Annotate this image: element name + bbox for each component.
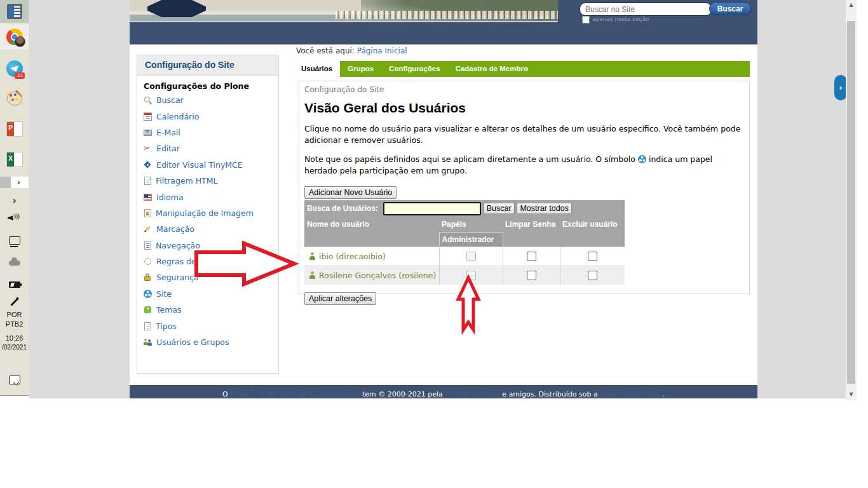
language-indicator-line2[interactable]: PTB2 bbox=[0, 320, 29, 328]
image-icon bbox=[144, 209, 151, 217]
portlet-group-title: Configurações do Plone bbox=[144, 81, 275, 91]
column-header-name: Nome do usuário bbox=[304, 217, 439, 233]
sidebar-item-label: Buscar bbox=[156, 95, 184, 105]
site-footer: O Plone® - CMS/WCM de Código Aberto tem … bbox=[130, 385, 757, 398]
sidebar-item-site[interactable]: Site bbox=[144, 286, 275, 302]
footer-text: O bbox=[222, 390, 228, 398]
taskbar-expander-handle[interactable] bbox=[0, 177, 11, 188]
intro-paragraph: Clique no nome do usuário para visualiza… bbox=[304, 123, 744, 146]
tab-usuarios[interactable]: Usuários bbox=[294, 60, 340, 77]
scissors-icon bbox=[144, 144, 152, 152]
notification-bubble-icon bbox=[9, 376, 20, 384]
powerpoint-icon bbox=[6, 121, 23, 137]
site-logo[interactable] bbox=[147, 0, 206, 17]
user-name-link[interactable]: ibio (direcaoibio) bbox=[319, 252, 386, 261]
action-center-button[interactable] bbox=[0, 372, 29, 388]
clock-date[interactable]: /02/2021 bbox=[0, 344, 29, 351]
sidebar-item-navegacao[interactable]: Navegação bbox=[144, 238, 275, 254]
administrador-checkbox bbox=[466, 271, 476, 280]
sidebar-item-label: Regras de Conteúdo bbox=[156, 257, 237, 266]
email-icon bbox=[144, 130, 152, 136]
windows-ink-button[interactable] bbox=[0, 295, 29, 308]
floating-side-widget[interactable]: › bbox=[834, 75, 847, 100]
sidebar-item-manipulacao-imagem[interactable]: Manipulação de Imagem bbox=[144, 205, 275, 221]
telegram-icon: .21 bbox=[6, 60, 23, 77]
section-only-checkbox[interactable] bbox=[582, 16, 590, 24]
sidebar-item-idioma[interactable]: Idioma bbox=[144, 189, 275, 205]
pen-icon bbox=[10, 298, 18, 306]
sidebar-item-temas[interactable]: Temas bbox=[144, 302, 275, 318]
users-icon bbox=[144, 338, 152, 346]
footer-foundation-link[interactable]: Fundação Plone bbox=[445, 390, 500, 398]
sidebar-item-calendario[interactable]: Calendário bbox=[144, 108, 275, 124]
scroll-down-arrow[interactable]: ▼ bbox=[846, 390, 857, 399]
sidebar-item-seguranca[interactable]: Segurança bbox=[144, 269, 275, 285]
roles-paragraph: Note que os papéis definidos aqui se apl… bbox=[304, 154, 744, 177]
sidebar-item-buscar[interactable]: Buscar bbox=[144, 92, 275, 108]
sidebar-item-label: Idioma bbox=[156, 193, 184, 202]
user-name-link[interactable]: Rosilene Gonçalves (rosilene) bbox=[319, 271, 436, 280]
user-search-input[interactable] bbox=[383, 202, 481, 215]
tab-configuracoes[interactable]: Configurações bbox=[381, 61, 448, 77]
battery-tray-button[interactable] bbox=[0, 280, 29, 290]
breadcrumb-home-link[interactable]: Página Inicial bbox=[357, 46, 407, 55]
show-hidden-icons-button[interactable]: › bbox=[0, 194, 29, 208]
excel-app-button[interactable] bbox=[0, 150, 29, 169]
add-new-user-button[interactable]: Adicionar Novo Usuário bbox=[304, 186, 397, 199]
chrome-icon bbox=[6, 29, 23, 45]
screen: .21 › › P bbox=[0, 0, 868, 488]
sidebar-item-label: Segurança bbox=[156, 273, 199, 282]
browser-scrollbar[interactable]: ▲ ▼ bbox=[846, 0, 857, 400]
delete-user-checkbox[interactable] bbox=[588, 271, 597, 280]
content-box: Configuração do Site Visão Geral dos Usu… bbox=[299, 81, 750, 294]
sidebar-item-regras-conteudo[interactable]: Regras de Conteúdo bbox=[144, 254, 275, 269]
user-search-label: Busca de Usuários: bbox=[307, 204, 378, 213]
paint-app-button[interactable] bbox=[0, 89, 29, 108]
show-all-button[interactable]: Mostrar todos bbox=[517, 203, 571, 214]
sidebar-item-email[interactable]: E-Mail bbox=[144, 125, 275, 140]
footer-text: . bbox=[662, 390, 665, 398]
tinymce-icon bbox=[144, 161, 152, 169]
site-setup-link[interactable]: Configuração do Site bbox=[304, 85, 744, 94]
paint-icon bbox=[7, 92, 22, 105]
apply-changes-button[interactable]: Aplicar alterações bbox=[304, 292, 376, 305]
clock-time[interactable]: 10:26 bbox=[0, 334, 29, 342]
sidebar-item-editar[interactable]: Editar bbox=[144, 140, 275, 156]
user-icon bbox=[308, 252, 316, 261]
tab-cadastro-membro[interactable]: Cadastro de Membro bbox=[448, 61, 536, 77]
column-header-roles: Papéis bbox=[439, 217, 503, 233]
sidebar-item-filtragem-html[interactable]: Filtragem HTML bbox=[144, 173, 275, 189]
telegram-app-button[interactable]: .21 bbox=[0, 58, 29, 79]
sidebar-item-tinymce[interactable]: Editor Visual TinyMCE bbox=[144, 157, 275, 173]
language-indicator-line1[interactable]: POR bbox=[0, 311, 29, 318]
reset-password-checkbox[interactable] bbox=[527, 252, 536, 261]
sidebar-item-label: Filtragem HTML bbox=[156, 176, 218, 186]
user-search-button[interactable]: Buscar bbox=[484, 203, 515, 214]
site-search-input[interactable] bbox=[580, 3, 712, 16]
delete-user-checkbox[interactable] bbox=[588, 252, 597, 261]
chrome-app-button[interactable] bbox=[0, 24, 29, 50]
calculator-app-button[interactable] bbox=[0, 0, 29, 23]
footer-license-link[interactable]: Licença GNU GPL bbox=[600, 390, 660, 398]
volume-tray-button[interactable] bbox=[0, 212, 29, 224]
taskbar-expander[interactable]: › bbox=[0, 177, 29, 188]
scrollbar-thumb[interactable] bbox=[847, 21, 855, 384]
table-row: ibio (direcaoibio) bbox=[304, 247, 625, 266]
powerpoint-app-button[interactable] bbox=[0, 119, 29, 139]
sidebar-item-label: Editar bbox=[156, 144, 180, 153]
sidebar-item-usuarios-grupos[interactable]: Usuários e Grupos bbox=[144, 334, 275, 350]
sidebar-item-marcacao[interactable]: Marcação bbox=[144, 221, 275, 237]
site-search-button[interactable]: Buscar bbox=[709, 2, 751, 15]
sidebar-item-label: Manipulação de Imagem bbox=[156, 208, 254, 218]
onedrive-tray-button[interactable] bbox=[0, 257, 29, 269]
footer-plone-link[interactable]: Plone® - CMS/WCM de Código Aberto bbox=[230, 390, 360, 398]
cast-tray-button[interactable] bbox=[0, 234, 29, 247]
site-search-area: Buscar apenas nesta seção bbox=[574, 0, 757, 44]
scroll-up-arrow[interactable]: ▲ bbox=[846, 0, 857, 10]
sidebar-item-tipos[interactable]: Tipos bbox=[144, 318, 275, 334]
tab-grupos[interactable]: Grupos bbox=[340, 61, 381, 77]
reset-password-checkbox[interactable] bbox=[527, 271, 536, 280]
main-body: Configuração do Site Configurações do Pl… bbox=[130, 57, 757, 385]
sidebar-item-label: Site bbox=[156, 289, 172, 299]
lock-icon bbox=[144, 273, 152, 281]
